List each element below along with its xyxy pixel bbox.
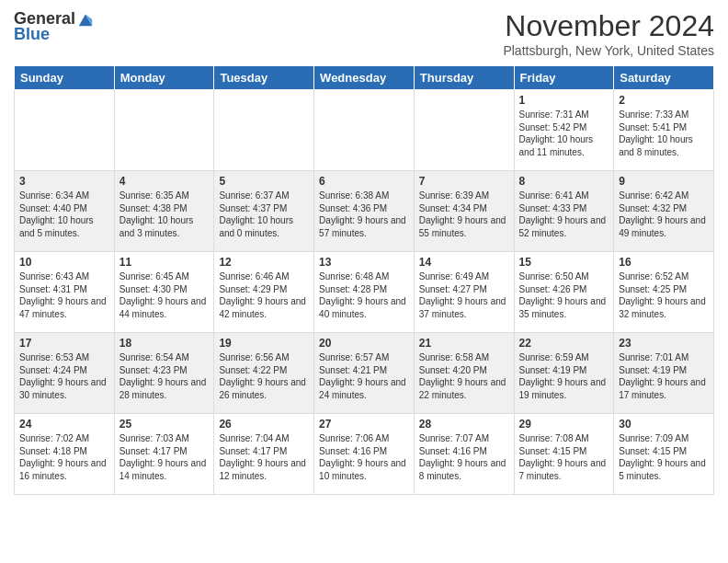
calendar-cell: 11Sunrise: 6:45 AM Sunset: 4:30 PM Dayli… <box>114 252 214 333</box>
day-info: Sunrise: 7:06 AM Sunset: 4:16 PM Dayligh… <box>319 432 409 482</box>
day-info: Sunrise: 6:56 AM Sunset: 4:22 PM Dayligh… <box>219 351 309 401</box>
day-number: 12 <box>219 256 309 269</box>
day-number: 24 <box>19 418 109 431</box>
day-number: 26 <box>219 418 309 431</box>
calendar-cell: 22Sunrise: 6:59 AM Sunset: 4:19 PM Dayli… <box>514 333 614 414</box>
logo-blue: Blue <box>14 25 50 44</box>
calendar-cell: 14Sunrise: 6:49 AM Sunset: 4:27 PM Dayli… <box>414 252 514 333</box>
calendar: SundayMondayTuesdayWednesdayThursdayFrid… <box>14 65 714 495</box>
day-info: Sunrise: 6:46 AM Sunset: 4:29 PM Dayligh… <box>219 270 309 320</box>
day-number: 2 <box>619 94 709 107</box>
calendar-week-4: 17Sunrise: 6:53 AM Sunset: 4:24 PM Dayli… <box>15 333 714 414</box>
day-number: 8 <box>519 175 609 188</box>
day-info: Sunrise: 6:38 AM Sunset: 4:36 PM Dayligh… <box>319 190 409 239</box>
calendar-cell: 1Sunrise: 7:31 AM Sunset: 5:42 PM Daylig… <box>514 90 614 171</box>
day-info: Sunrise: 7:01 AM Sunset: 4:19 PM Dayligh… <box>619 351 709 401</box>
day-number: 4 <box>119 175 210 188</box>
day-number: 21 <box>419 337 509 350</box>
calendar-cell: 8Sunrise: 6:41 AM Sunset: 4:33 PM Daylig… <box>514 171 614 252</box>
day-info: Sunrise: 6:58 AM Sunset: 4:20 PM Dayligh… <box>419 351 509 401</box>
calendar-cell: 4Sunrise: 6:35 AM Sunset: 4:38 PM Daylig… <box>114 171 214 252</box>
day-header-sunday: Sunday <box>15 66 115 90</box>
calendar-cell: 5Sunrise: 6:37 AM Sunset: 4:37 PM Daylig… <box>214 171 314 252</box>
day-number: 5 <box>219 175 309 188</box>
day-info: Sunrise: 6:41 AM Sunset: 4:33 PM Dayligh… <box>519 190 609 239</box>
day-number: 15 <box>519 256 609 269</box>
day-number: 18 <box>119 337 210 350</box>
day-info: Sunrise: 7:09 AM Sunset: 4:15 PM Dayligh… <box>619 432 709 482</box>
day-header-monday: Monday <box>114 66 214 90</box>
header: General Blue November 2024 Plattsburgh, … <box>14 9 714 58</box>
day-number: 10 <box>19 256 109 269</box>
day-number: 9 <box>619 175 709 188</box>
day-header-friday: Friday <box>514 66 614 90</box>
day-number: 6 <box>319 175 409 188</box>
calendar-cell: 30Sunrise: 7:09 AM Sunset: 4:15 PM Dayli… <box>614 414 714 495</box>
calendar-cell: 2Sunrise: 7:33 AM Sunset: 5:41 PM Daylig… <box>614 90 714 171</box>
logo: General Blue <box>14 9 94 44</box>
day-info: Sunrise: 6:42 AM Sunset: 4:32 PM Dayligh… <box>619 190 709 239</box>
day-info: Sunrise: 6:54 AM Sunset: 4:23 PM Dayligh… <box>119 351 210 401</box>
calendar-cell: 3Sunrise: 6:34 AM Sunset: 4:40 PM Daylig… <box>15 171 115 252</box>
calendar-cell: 6Sunrise: 6:38 AM Sunset: 4:36 PM Daylig… <box>314 171 415 252</box>
day-number: 30 <box>619 418 709 431</box>
day-info: Sunrise: 6:59 AM Sunset: 4:19 PM Dayligh… <box>519 351 609 401</box>
day-number: 11 <box>119 256 210 269</box>
day-number: 22 <box>519 337 609 350</box>
day-info: Sunrise: 7:31 AM Sunset: 5:42 PM Dayligh… <box>519 109 609 158</box>
day-number: 14 <box>419 256 509 269</box>
calendar-cell: 26Sunrise: 7:04 AM Sunset: 4:17 PM Dayli… <box>214 414 314 495</box>
day-info: Sunrise: 6:49 AM Sunset: 4:27 PM Dayligh… <box>419 270 509 320</box>
day-number: 3 <box>19 175 109 188</box>
calendar-cell: 20Sunrise: 6:57 AM Sunset: 4:21 PM Dayli… <box>314 333 415 414</box>
month-title: November 2024 <box>503 9 714 43</box>
day-info: Sunrise: 7:33 AM Sunset: 5:41 PM Dayligh… <box>619 109 709 158</box>
day-info: Sunrise: 7:07 AM Sunset: 4:16 PM Dayligh… <box>419 432 509 482</box>
day-info: Sunrise: 6:39 AM Sunset: 4:34 PM Dayligh… <box>419 190 509 239</box>
calendar-cell: 13Sunrise: 6:48 AM Sunset: 4:28 PM Dayli… <box>314 252 415 333</box>
day-info: Sunrise: 7:02 AM Sunset: 4:18 PM Dayligh… <box>19 432 109 482</box>
day-number: 13 <box>319 256 409 269</box>
calendar-cell: 21Sunrise: 6:58 AM Sunset: 4:20 PM Dayli… <box>414 333 514 414</box>
day-number: 1 <box>519 94 609 107</box>
day-number: 23 <box>619 337 709 350</box>
calendar-cell: 17Sunrise: 6:53 AM Sunset: 4:24 PM Dayli… <box>15 333 115 414</box>
calendar-cell: 29Sunrise: 7:08 AM Sunset: 4:15 PM Dayli… <box>514 414 614 495</box>
calendar-cell <box>414 90 514 171</box>
calendar-cell: 28Sunrise: 7:07 AM Sunset: 4:16 PM Dayli… <box>414 414 514 495</box>
calendar-cell: 10Sunrise: 6:43 AM Sunset: 4:31 PM Dayli… <box>15 252 115 333</box>
day-info: Sunrise: 6:45 AM Sunset: 4:30 PM Dayligh… <box>119 270 210 320</box>
day-number: 28 <box>419 418 509 431</box>
calendar-cell <box>314 90 415 171</box>
title-section: November 2024 Plattsburgh, New York, Uni… <box>503 9 714 58</box>
calendar-cell: 18Sunrise: 6:54 AM Sunset: 4:23 PM Dayli… <box>114 333 214 414</box>
day-info: Sunrise: 6:43 AM Sunset: 4:31 PM Dayligh… <box>19 270 109 320</box>
day-header-wednesday: Wednesday <box>314 66 415 90</box>
day-number: 16 <box>619 256 709 269</box>
day-header-saturday: Saturday <box>614 66 714 90</box>
day-info: Sunrise: 6:35 AM Sunset: 4:38 PM Dayligh… <box>119 190 210 239</box>
day-number: 27 <box>319 418 409 431</box>
calendar-cell: 19Sunrise: 6:56 AM Sunset: 4:22 PM Dayli… <box>214 333 314 414</box>
day-info: Sunrise: 7:03 AM Sunset: 4:17 PM Dayligh… <box>119 432 210 482</box>
calendar-cell: 27Sunrise: 7:06 AM Sunset: 4:16 PM Dayli… <box>314 414 415 495</box>
day-number: 19 <box>219 337 309 350</box>
day-number: 25 <box>119 418 210 431</box>
day-number: 7 <box>419 175 509 188</box>
calendar-week-5: 24Sunrise: 7:02 AM Sunset: 4:18 PM Dayli… <box>15 414 714 495</box>
calendar-week-3: 10Sunrise: 6:43 AM Sunset: 4:31 PM Dayli… <box>15 252 714 333</box>
day-info: Sunrise: 6:50 AM Sunset: 4:26 PM Dayligh… <box>519 270 609 320</box>
day-info: Sunrise: 7:08 AM Sunset: 4:15 PM Dayligh… <box>519 432 609 482</box>
calendar-cell: 23Sunrise: 7:01 AM Sunset: 4:19 PM Dayli… <box>614 333 714 414</box>
day-number: 17 <box>19 337 109 350</box>
day-info: Sunrise: 7:04 AM Sunset: 4:17 PM Dayligh… <box>219 432 309 482</box>
day-info: Sunrise: 6:52 AM Sunset: 4:25 PM Dayligh… <box>619 270 709 320</box>
calendar-week-2: 3Sunrise: 6:34 AM Sunset: 4:40 PM Daylig… <box>15 171 714 252</box>
calendar-cell: 24Sunrise: 7:02 AM Sunset: 4:18 PM Dayli… <box>15 414 115 495</box>
day-info: Sunrise: 6:57 AM Sunset: 4:21 PM Dayligh… <box>319 351 409 401</box>
day-number: 29 <box>519 418 609 431</box>
calendar-cell: 25Sunrise: 7:03 AM Sunset: 4:17 PM Dayli… <box>114 414 214 495</box>
calendar-cell: 9Sunrise: 6:42 AM Sunset: 4:32 PM Daylig… <box>614 171 714 252</box>
day-info: Sunrise: 6:37 AM Sunset: 4:37 PM Dayligh… <box>219 190 309 239</box>
location: Plattsburgh, New York, United States <box>503 43 714 58</box>
